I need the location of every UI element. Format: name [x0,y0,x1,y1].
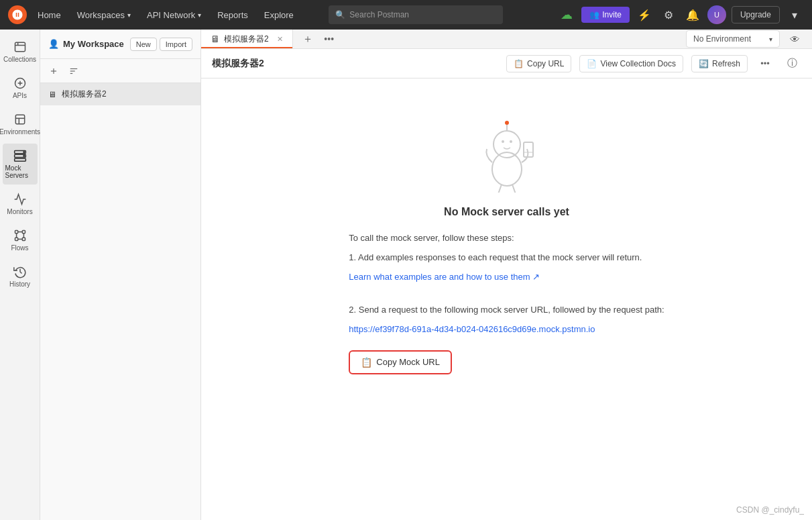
env-eye-icon[interactable]: 👁 [785,30,804,48]
new-button[interactable]: New [130,38,157,51]
svg-rect-0 [15,42,25,51]
empty-state-illustration [463,105,550,193]
svg-rect-9 [14,158,25,161]
sidebar-item-collections[interactable]: Collections [3,35,38,68]
nav-reports[interactable]: Reports [212,7,253,23]
top-nav: Home Workspaces ▾ API Network ▾ Reports … [0,0,812,30]
svg-rect-12 [15,231,17,233]
search-bar[interactable]: 🔍 Search Postman [329,5,503,24]
avatar[interactable]: U [707,5,726,24]
sidebar-item-apis[interactable]: APIs [3,71,38,105]
nav-explore[interactable]: Explore [259,7,299,23]
upgrade-button[interactable]: Upgrade [732,6,780,23]
svg-point-11 [23,156,25,157]
nav-api-network[interactable]: API Network ▾ [141,7,207,23]
svg-line-33 [498,185,502,193]
step2-text: 2. Send a request to the following mock … [349,303,664,317]
step1-text: 1. Add examples responses to each reques… [349,251,664,265]
mock-url-link[interactable]: https://ef39f78d-691a-4d34-b024-042616c9… [349,324,595,334]
nav-home[interactable]: Home [32,7,66,23]
svg-point-28 [510,140,512,143]
tab-close-icon[interactable]: ✕ [277,35,283,44]
env-bar: No Environment ▾ 👁 [678,30,812,48]
icon-sidebar: Collections APIs Environments [0,30,40,520]
mock-instructions: To call the mock server, follow these st… [349,231,664,374]
instructions-intro: To call the mock server, follow these st… [349,231,664,246]
api-network-chevron-icon: ▾ [198,11,201,19]
env-chevron-icon: ▾ [769,36,772,43]
mock-server-tab[interactable]: 🖥 模拟服务器2 ✕ [201,30,293,48]
svg-point-30 [505,121,509,125]
invite-button[interactable]: 👥 Invite [581,7,630,23]
import-button[interactable]: Import [160,38,192,51]
svg-point-27 [502,140,504,143]
sidebar-item-environments[interactable]: Environments [3,107,38,141]
cloud-sync-icon[interactable]: ☁ [557,5,576,24]
view-collection-docs-button[interactable]: 📄 View Collection Docs [579,55,683,72]
docs-icon: 📄 [587,59,597,68]
settings-icon[interactable]: ⚙ [659,5,678,24]
add-mock-button[interactable] [46,63,62,79]
tab-row: 🖥 模拟服务器2 ✕ ＋ ••• No Environment ▾ 👁 [201,30,812,49]
server-icon: 🖥 [48,90,56,99]
workspace-header: 👤 My Workspace New Import [40,30,200,59]
nav-workspaces[interactable]: Workspaces ▾ [72,7,136,23]
tab-add-actions: ＋ ••• [293,30,344,48]
dropdown-chevron-icon[interactable]: ▾ [785,5,804,24]
person-icon: 👤 [48,39,59,49]
svg-point-10 [23,152,25,153]
mock-server-list-item[interactable]: 🖥 模拟服务器2 [40,83,200,105]
app-logo[interactable] [8,5,27,24]
sidebar-toolbar [40,59,200,83]
invite-icon: 👥 [589,10,599,19]
sidebar-item-flows[interactable]: Flows [3,223,38,257]
watermark: CSDN @_cindyfu_ [736,505,804,515]
learn-examples-link[interactable]: Learn what examples are and how to use t… [349,272,540,282]
svg-rect-4 [15,115,24,123]
panel-sidebar: 👤 My Workspace New Import [40,30,201,520]
sidebar-item-monitors[interactable]: Monitors [3,187,38,221]
svg-rect-13 [22,231,25,233]
content-header: 模拟服务器2 📋 Copy URL 📄 View Collection Docs… [201,49,812,79]
main-layout: Collections APIs Environments [0,30,812,520]
svg-point-26 [494,131,520,158]
refresh-button[interactable]: 🔄 Refresh [691,55,748,72]
copy-mock-url-icon: 📋 [361,357,372,368]
new-tab-button[interactable]: ＋ [298,30,317,48]
svg-rect-14 [15,238,17,240]
mock-empty-state: No Mock server calls yet To call the moc… [201,79,812,520]
sidebar-item-history[interactable]: History [3,260,38,293]
sort-icon[interactable] [66,63,82,79]
svg-line-34 [512,185,516,193]
nav-right-actions: ☁ 👥 Invite ⚡ ⚙ 🔔 U Upgrade ▾ [557,5,804,24]
no-calls-title: No Mock server calls yet [444,206,569,218]
copy-url-button[interactable]: 📋 Copy URL [506,55,571,72]
copy-icon: 📋 [514,59,524,68]
tab-server-icon: 🖥 [211,34,220,44]
panel-header-actions: New Import [130,38,192,51]
more-options-button[interactable]: ••• [756,54,774,73]
bell-icon[interactable]: 🔔 [683,5,702,24]
copy-mock-url-button[interactable]: 📋 Copy Mock URL [349,350,452,374]
refresh-icon: 🔄 [699,59,709,68]
workspaces-chevron-icon: ▾ [127,11,131,19]
lightning-icon[interactable]: ⚡ [635,5,654,24]
search-icon: 🔍 [335,10,345,19]
page-title: 模拟服务器2 [212,58,498,70]
svg-rect-15 [22,238,25,240]
environment-selector[interactable]: No Environment ▾ [686,30,780,48]
sidebar-item-mock-servers[interactable]: Mock Servers [3,144,38,185]
content-area: 🖥 模拟服务器2 ✕ ＋ ••• No Environment ▾ 👁 模拟服务… [201,30,812,520]
more-tabs-button[interactable]: ••• [320,30,339,48]
info-button[interactable]: ⓘ [782,54,801,73]
workspace-name-label: 👤 My Workspace [48,39,124,49]
